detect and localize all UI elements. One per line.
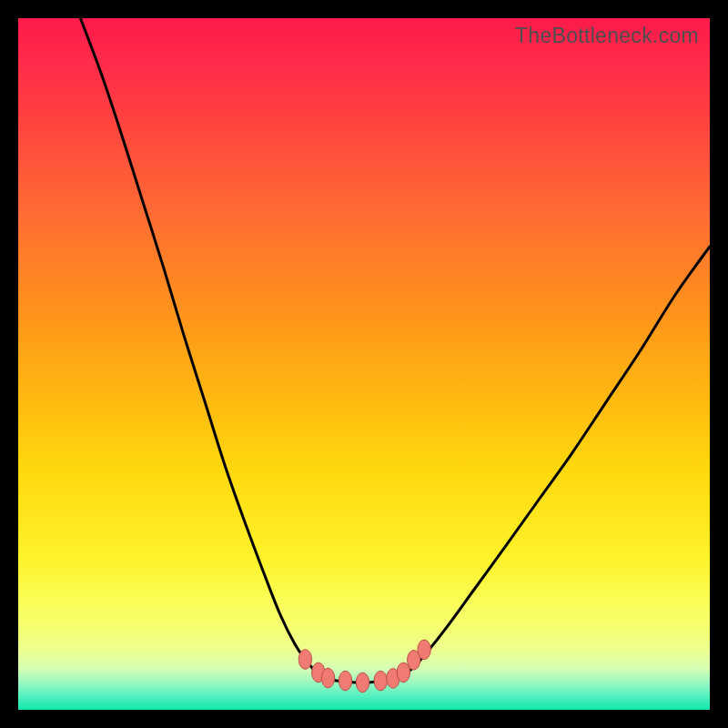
series-right-curve (399, 247, 710, 679)
series-left-curve (80, 18, 322, 679)
plot-area: TheBottleneck.com (18, 18, 710, 710)
marker-point (298, 650, 311, 670)
marker-point (321, 668, 334, 688)
marker-point (339, 671, 351, 691)
marker-point (374, 671, 387, 691)
chart-svg (18, 18, 710, 710)
marker-point (418, 640, 430, 660)
marker-point (356, 672, 369, 693)
marker-layer (298, 640, 430, 693)
series-layer (80, 18, 710, 682)
chart-frame: TheBottleneck.com (0, 0, 728, 728)
